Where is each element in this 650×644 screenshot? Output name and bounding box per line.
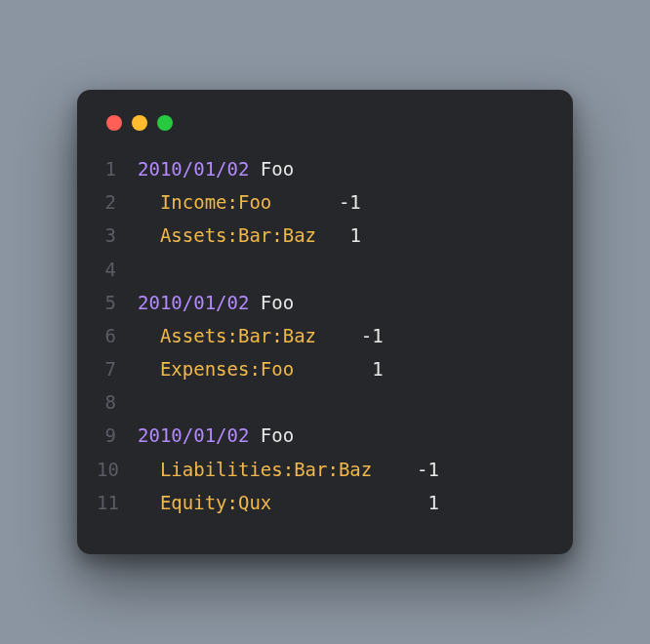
line-content: [138, 385, 546, 419]
line-content: 2010/01/02 Foo: [138, 286, 546, 319]
line-number: 1: [97, 152, 138, 185]
transaction-desc: Foo: [261, 292, 294, 313]
posting-amount: 1: [372, 358, 383, 380]
line-content: Assets:Bar:Baz -1: [138, 319, 546, 352]
posting-account: Assets:Bar:Baz: [160, 325, 316, 346]
line-content: Equity:Qux 1: [138, 486, 546, 519]
code-line: 52010/01/02 Foo: [97, 286, 546, 319]
close-icon[interactable]: [106, 115, 122, 131]
code-line: 4: [97, 253, 546, 286]
line-content: Liabilities:Bar:Baz -1: [138, 453, 546, 486]
posting-amount: -1: [361, 325, 384, 346]
posting-account: Liabilities:Bar:Baz: [160, 459, 372, 480]
line-number: 11: [97, 486, 138, 519]
line-content: Assets:Bar:Baz 1: [138, 219, 546, 252]
transaction-date: 2010/01/02: [138, 424, 249, 446]
line-content: Expenses:Foo 1: [138, 352, 546, 385]
line-number: 2: [97, 185, 138, 219]
posting-amount: -1: [339, 191, 361, 213]
line-number: 4: [97, 253, 138, 286]
line-content: [138, 253, 546, 286]
code-line: 6 Assets:Bar:Baz -1: [97, 319, 546, 352]
line-number: 9: [97, 419, 138, 452]
transaction-date: 2010/01/02: [138, 158, 249, 180]
code-line: 92010/01/02 Foo: [97, 419, 546, 452]
posting-amount: -1: [417, 459, 439, 480]
code-line: 8: [97, 385, 546, 419]
terminal-window: 12010/01/02 Foo2 Income:Foo -13 Assets:B…: [77, 90, 573, 554]
zoom-icon[interactable]: [157, 115, 173, 131]
posting-account: Expenses:Foo: [160, 358, 294, 380]
posting-amount: 1: [427, 492, 438, 513]
code-line: 11 Equity:Qux 1: [97, 486, 546, 519]
code-line: 3 Assets:Bar:Baz 1: [97, 219, 546, 252]
posting-account: Equity:Qux: [160, 492, 271, 513]
line-content: Income:Foo -1: [138, 185, 546, 219]
line-number: 8: [97, 385, 138, 419]
transaction-desc: Foo: [261, 158, 294, 180]
line-number: 7: [97, 352, 138, 385]
line-number: 5: [97, 286, 138, 319]
code-line: 10 Liabilities:Bar:Baz -1: [97, 453, 546, 486]
minimize-icon[interactable]: [132, 115, 147, 131]
posting-amount: 1: [349, 224, 360, 246]
code-line: 12010/01/02 Foo: [97, 152, 546, 185]
window-titlebar: [97, 111, 546, 152]
code-block: 12010/01/02 Foo2 Income:Foo -13 Assets:B…: [97, 152, 546, 519]
transaction-desc: Foo: [261, 424, 294, 446]
code-line: 2 Income:Foo -1: [97, 185, 546, 219]
line-number: 6: [97, 319, 138, 352]
line-number: 10: [97, 453, 138, 486]
line-content: 2010/01/02 Foo: [138, 419, 546, 452]
code-line: 7 Expenses:Foo 1: [97, 352, 546, 385]
posting-account: Income:Foo: [160, 191, 271, 213]
transaction-date: 2010/01/02: [138, 292, 249, 313]
line-content: 2010/01/02 Foo: [138, 152, 546, 185]
posting-account: Assets:Bar:Baz: [160, 224, 316, 246]
line-number: 3: [97, 219, 138, 252]
